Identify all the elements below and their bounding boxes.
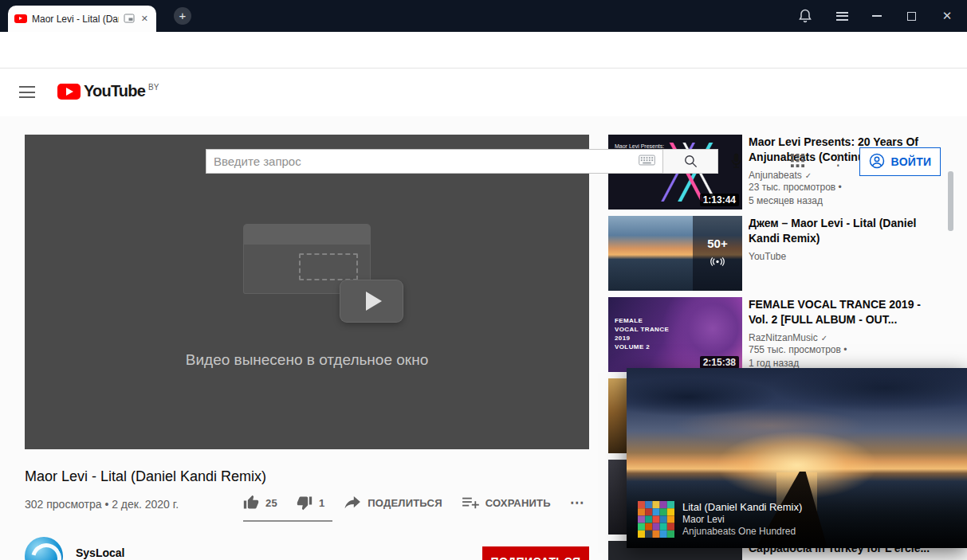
mix-overlay: 50+ (693, 216, 742, 291)
signin-button[interactable]: ВОЙТИ (859, 147, 941, 176)
video-title[interactable]: FEMALE VOCAL TRANCE 2019 - Vol. 2 [FULL … (749, 297, 941, 327)
thumb-down-icon (297, 495, 313, 511)
guide-hamburger-icon[interactable] (19, 86, 35, 98)
person-icon (869, 153, 885, 171)
pip-artist: Maor Levi (682, 514, 802, 526)
tab-media-icon (124, 12, 135, 26)
window-minimize-button[interactable] (863, 0, 891, 32)
youtube-masthead: YouTube BY ⋮ ВОЙТИ (0, 69, 967, 116)
channel-row[interactable]: RazNitzanMusic✓ (749, 332, 941, 343)
video-actions: 25 1 ПОДЕЛИТЬСЯ СОХРАНИТЬ ⋯ (243, 494, 585, 511)
share-button[interactable]: ПОДЕЛИТЬСЯ (344, 495, 442, 510)
pip-track-info: Lital (Daniel Kandi Remix) Maor Levi Anj… (682, 501, 802, 538)
channel-avatar[interactable] (25, 537, 63, 560)
video-age: 5 месяцев назад (749, 194, 941, 208)
like-dislike-bar (243, 520, 332, 522)
browser-menu-icon[interactable] (827, 0, 856, 32)
channel-row[interactable]: YouTube (749, 251, 941, 262)
verified-icon: ✓ (805, 171, 812, 180)
voice-search-mic-icon[interactable] (729, 152, 743, 173)
video-duration: 2:15:38 (700, 356, 739, 369)
video-title[interactable]: Джем – Maor Levi - Lital (Daniel Kandi R… (749, 216, 941, 246)
window-maximize-button[interactable] (897, 0, 926, 32)
youtube-logo[interactable]: YouTube BY (57, 82, 159, 100)
playlist-count: 50+ (707, 237, 727, 250)
popout-message: Видео вынесено в отдельное окно (25, 351, 589, 369)
video-thumbnail[interactable]: 50+ (608, 216, 742, 291)
search-box[interactable] (206, 149, 663, 174)
verified-icon: ✓ (821, 334, 827, 343)
youtube-play-icon (57, 84, 81, 100)
pip-album: Anjunabeats One Hundred (682, 526, 802, 538)
video-thumbnail[interactable]: FEMALE VOCAL TRANCE 2019 VOLUME 2 2:15:3… (608, 297, 742, 372)
youtube-apps-grid-icon[interactable] (790, 153, 805, 171)
video-views: 23 тыс. просмотров • (749, 181, 941, 194)
popout-dashed-placeholder (299, 253, 358, 280)
suggested-video-3[interactable]: FEMALE VOCAL TRANCE 2019 VOLUME 2 2:15:3… (608, 297, 941, 372)
pip-track-title: Lital (Daniel Kandi Remix) (682, 501, 802, 514)
save-button[interactable]: СОХРАНИТЬ (462, 495, 551, 510)
video-title: Maor Levi - Lital (Daniel Kandi Remix) (25, 468, 266, 485)
more-actions-button[interactable]: ⋯ (570, 494, 585, 511)
keyboard-icon[interactable] (639, 155, 655, 169)
tab-close-icon[interactable]: ✕ (140, 14, 150, 24)
window-close-button[interactable]: ✕ (933, 0, 961, 32)
play-button[interactable] (340, 280, 403, 322)
new-tab-button[interactable]: + (174, 7, 191, 25)
video-views: 755 тыс. просмотров • (749, 343, 941, 357)
window-titlebar: Maor Levi - Lital (Dan ✕ + ✕ (0, 0, 967, 32)
tab-title: Maor Levi - Lital (Dan (32, 14, 119, 25)
page-scrollbar-thumb[interactable] (948, 171, 953, 231)
youtube-favicon (14, 14, 27, 23)
dislike-button[interactable]: 1 (297, 495, 324, 511)
radio-icon (710, 256, 725, 270)
video-duration: 1:13:44 (700, 194, 739, 206)
channel-name[interactable]: SysLocal (76, 546, 124, 559)
browser-tab[interactable]: Maor Levi - Lital (Dan ✕ (8, 6, 156, 32)
suggested-video-2[interactable]: 50+ Джем – Maor Levi - Lital (Daniel Kan… (608, 216, 941, 291)
notifications-bell-icon[interactable] (791, 0, 820, 32)
masthead-kebab-icon[interactable]: ⋮ (831, 151, 843, 169)
search-button[interactable] (663, 149, 718, 174)
browser-toolbar: Я www.youtube.com Maor Levi - Lital (Dan… (0, 32, 967, 69)
video-stats: 302 просмотра • 2 дек. 2020 г. (25, 498, 179, 511)
subscribe-button[interactable]: ПОДПИСАТЬСЯ (482, 546, 589, 560)
search-input[interactable] (214, 155, 639, 168)
thumb-up-icon (243, 495, 259, 511)
album-art (638, 501, 674, 538)
playlist-add-icon (462, 495, 479, 510)
pip-player-window[interactable]: Lital (Daniel Kandi Remix) Maor Levi Anj… (627, 368, 967, 548)
share-arrow-icon (344, 495, 361, 510)
like-button[interactable]: 25 (243, 495, 277, 511)
video-player[interactable]: Видео вынесено в отдельное окно (25, 135, 589, 449)
